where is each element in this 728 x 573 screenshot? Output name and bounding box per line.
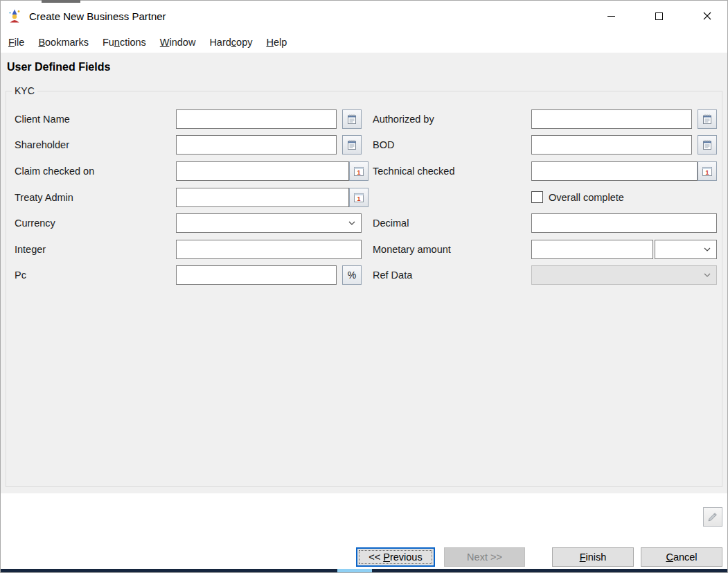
decimal-input[interactable] <box>531 213 717 233</box>
maximize-button[interactable] <box>643 0 675 32</box>
menu-hardcopy[interactable]: Hardcopy <box>202 33 259 51</box>
notepad-icon <box>701 113 713 125</box>
title-bar: Create New Business Partner <box>0 0 728 32</box>
next-button[interactable]: Next >> <box>444 547 525 567</box>
claim-checked-on-calendar-button[interactable]: 1 <box>349 161 369 181</box>
currency-select[interactable] <box>176 213 362 233</box>
menu-functions[interactable]: Functions <box>96 33 153 51</box>
treaty-admin-label: Treaty Admin <box>15 192 176 203</box>
page-title: User Defined Fields <box>0 53 728 76</box>
integer-label: Integer <box>15 244 176 255</box>
authorized-by-note-button[interactable] <box>698 109 717 129</box>
pc-label: Pc <box>15 270 176 281</box>
calendar-icon: 1 <box>353 165 365 177</box>
window-title: Create New Business Partner <box>29 10 166 22</box>
taskbar-edge <box>0 569 728 573</box>
kyc-group: KYC Client Name <box>6 85 722 487</box>
pencil-icon <box>707 511 718 522</box>
percent-suffix: % <box>342 265 362 285</box>
decimal-label: Decimal <box>373 218 531 229</box>
content-area: User Defined Fields KYC Client Name <box>0 53 728 493</box>
svg-text:1: 1 <box>705 168 709 175</box>
menu-file[interactable]: File <box>1 33 31 51</box>
kyc-group-label: KYC <box>12 85 37 96</box>
form-row: Shareholder <box>6 132 722 159</box>
monetary-amount-currency-select[interactable] <box>655 240 717 259</box>
form-row: Currency Decimal <box>6 210 722 236</box>
technical-checked-label: Technical checked <box>373 166 531 177</box>
bod-label: BOD <box>373 139 531 150</box>
technical-checked-calendar-button[interactable]: 1 <box>698 161 717 181</box>
claim-checked-on-input[interactable] <box>176 161 349 181</box>
notepad-icon <box>346 113 358 125</box>
close-button[interactable] <box>691 0 722 32</box>
minimize-button[interactable] <box>596 0 627 32</box>
background-window-artifact <box>42 0 80 3</box>
bod-input[interactable] <box>531 135 692 155</box>
pc-input[interactable] <box>176 265 337 285</box>
menu-window[interactable]: Window <box>153 33 203 51</box>
overall-complete-checkbox[interactable] <box>531 191 543 203</box>
integer-input[interactable] <box>176 240 362 259</box>
form-row: Treaty Admin 1 Overall complete <box>6 184 722 211</box>
svg-text:1: 1 <box>357 195 360 202</box>
chevron-down-icon <box>704 273 716 277</box>
authorized-by-label: Authorized by <box>373 114 531 125</box>
footer: << Previous Next >> Finish Cancel <box>0 493 728 569</box>
cancel-button[interactable]: Cancel <box>641 547 722 567</box>
claim-checked-on-label: Claim checked on <box>15 166 176 177</box>
form-row: Integer Monetary amount <box>6 236 722 263</box>
ref-data-label: Ref Data <box>373 270 531 281</box>
treaty-admin-input[interactable] <box>176 188 349 207</box>
currency-label: Currency <box>15 218 176 229</box>
form-row: Pc % Ref Data <box>6 263 722 289</box>
notepad-icon <box>346 139 358 151</box>
svg-text:1: 1 <box>357 168 360 175</box>
overall-complete-label: Overall complete <box>549 192 624 203</box>
calendar-icon: 1 <box>701 165 713 177</box>
menu-bookmarks[interactable]: Bookmarks <box>31 33 96 51</box>
technical-checked-input[interactable] <box>531 161 698 181</box>
client-name-label: Client Name <box>15 114 176 125</box>
shareholder-label: Shareholder <box>15 139 176 150</box>
form-row: Client Name <box>6 106 722 132</box>
monetary-amount-label: Monetary amount <box>373 244 531 255</box>
shareholder-note-button[interactable] <box>342 135 362 155</box>
treaty-admin-calendar-button[interactable]: 1 <box>349 188 369 207</box>
finish-button[interactable]: Finish <box>552 547 634 567</box>
client-name-note-button[interactable] <box>342 109 362 129</box>
chevron-down-icon <box>704 247 716 252</box>
taskbar-highlight <box>337 569 372 573</box>
monetary-amount-input[interactable] <box>531 240 653 259</box>
calendar-icon: 1 <box>353 191 365 204</box>
edit-note-button[interactable] <box>703 507 722 527</box>
menu-help[interactable]: Help <box>259 33 294 51</box>
bod-note-button[interactable] <box>698 135 717 155</box>
chevron-down-icon <box>348 221 361 225</box>
app-icon <box>7 8 22 24</box>
previous-button[interactable]: << Previous <box>356 547 435 567</box>
caption-buttons <box>579 0 728 32</box>
ref-data-select[interactable] <box>531 265 717 285</box>
maximize-icon <box>655 12 663 20</box>
notepad-icon <box>701 139 713 151</box>
menu-bar: File Bookmarks Functions Window Hardcopy… <box>0 32 728 53</box>
shareholder-input[interactable] <box>176 135 337 155</box>
minimize-icon <box>607 16 615 17</box>
close-icon <box>702 11 712 21</box>
authorized-by-input[interactable] <box>531 109 692 129</box>
client-name-input[interactable] <box>176 109 337 129</box>
form-row: Claim checked on 1 Technical checked <box>6 158 722 184</box>
